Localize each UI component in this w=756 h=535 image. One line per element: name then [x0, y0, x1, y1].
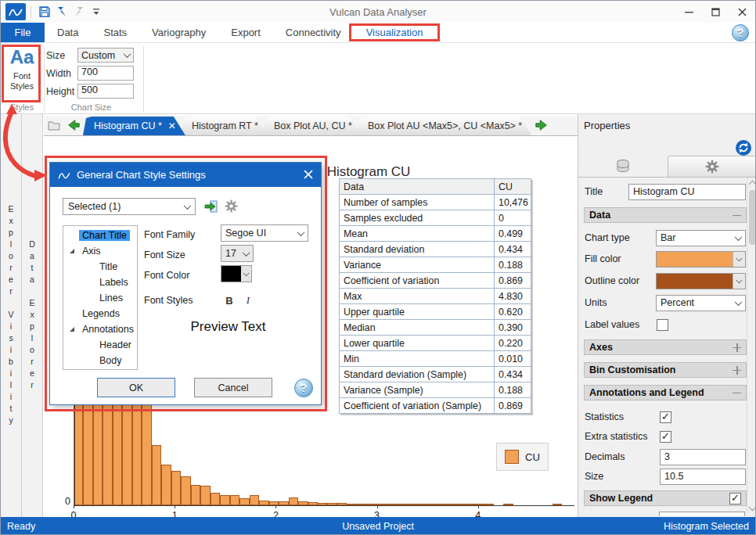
maximize-button[interactable]	[702, 2, 729, 22]
gear-icon	[704, 159, 720, 174]
font-color-picker[interactable]	[221, 265, 252, 282]
expand-icon[interactable]	[733, 366, 741, 375]
extra-statistics-checkbox[interactable]	[660, 431, 671, 443]
scroll-tabs-left-icon[interactable]	[65, 117, 82, 134]
show-legend-checkbox[interactable]	[729, 493, 741, 504]
tree-item-legends[interactable]: Legends	[63, 306, 137, 321]
section-bin-customisation[interactable]: Bin Customisation	[584, 362, 747, 378]
sidebar-tab-data-explorer[interactable]: Data Explorer	[22, 114, 43, 517]
table-row: Standard deviation (Sample)0.434	[340, 367, 531, 382]
font-color-swatch	[221, 266, 241, 282]
scroll-up-icon[interactable]	[749, 181, 756, 189]
properties-scrollbar[interactable]	[747, 178, 756, 514]
expand-icon[interactable]	[733, 343, 741, 352]
tree-item-body[interactable]: Body	[63, 353, 137, 368]
dialog-help-icon[interactable]: ?	[294, 379, 313, 397]
tab-data-source[interactable]	[578, 156, 668, 177]
table-row: Min0.010	[340, 351, 531, 367]
help-icon[interactable]: ?	[732, 24, 749, 41]
section-axes[interactable]: Axes	[584, 339, 747, 355]
outline-color-label: Outline color	[585, 275, 656, 286]
title-bar: Vulcan Data Analyser	[1, 1, 755, 23]
tab-chart-settings[interactable]	[668, 156, 756, 177]
font-styles-button[interactable]: Aa Font Styles	[4, 45, 40, 100]
statistics-checkbox[interactable]	[660, 411, 671, 423]
annotation-size-input[interactable]: 10.5	[660, 469, 746, 485]
menu-connectivity[interactable]: Connectivity	[273, 23, 354, 42]
section-annotations-legend[interactable]: Annotations and Legend	[584, 385, 747, 400]
ok-button[interactable]: OK	[97, 378, 175, 397]
histogram-bar	[152, 445, 161, 505]
histogram-bar	[211, 493, 220, 505]
close-button[interactable]	[729, 2, 755, 22]
menu-stats[interactable]: Stats	[91, 23, 139, 42]
sidebar-tab-explorer-visibility[interactable]: Explorer Visibility	[1, 114, 22, 517]
clipped-input[interactable]	[659, 512, 745, 516]
show-legend-label: Show Legend	[589, 493, 653, 504]
tree-item-header[interactable]: Header	[63, 337, 137, 353]
table-row: Mean0.499	[340, 226, 531, 242]
decimals-input[interactable]: 3	[660, 449, 746, 465]
save-button[interactable]	[36, 3, 53, 20]
width-input[interactable]: 700	[77, 66, 134, 81]
menu-data[interactable]: Data	[45, 23, 91, 42]
redo-icon[interactable]	[70, 3, 88, 20]
chart-type-select[interactable]: Bar	[656, 230, 746, 246]
title-input[interactable]: Histogram CU	[628, 184, 746, 200]
tree-item-chart-title[interactable]: Chart Title	[63, 228, 137, 243]
tree-item-label: Body	[96, 355, 125, 366]
tree-expander-icon[interactable]	[70, 249, 74, 253]
section-show-legend[interactable]: Show Legend	[584, 490, 747, 506]
menu-export[interactable]: Export	[218, 23, 273, 42]
height-value: 500	[81, 84, 98, 95]
chevron-down-icon	[735, 298, 743, 306]
document-tab[interactable]: Box Plot AU <Max5>, CU <Max5> *	[357, 117, 531, 135]
scroll-tabs-right-icon[interactable]	[533, 117, 550, 134]
italic-button[interactable]: I	[241, 293, 255, 307]
table-row: Lower quartile0.220	[340, 336, 531, 351]
tree-expander-icon[interactable]	[70, 327, 74, 332]
outline-color-picker[interactable]	[656, 273, 746, 289]
height-input[interactable]: 500	[77, 84, 134, 99]
document-tab[interactable]: Histogram CU *✕	[83, 117, 185, 135]
new-document-icon[interactable]	[45, 117, 63, 134]
chevron-down-icon	[124, 50, 131, 58]
target-selector-dropdown[interactable]: Selected (1)	[63, 198, 196, 215]
menu-variography[interactable]: Variography	[139, 23, 218, 42]
apply-to-icon[interactable]	[203, 199, 219, 216]
label-values-checkbox[interactable]	[657, 319, 668, 331]
chevron-down-icon	[241, 266, 251, 282]
document-tab[interactable]: Box Plot AU, CU *	[263, 117, 362, 135]
tree-item-axis[interactable]: Axis	[63, 243, 137, 259]
undo-icon[interactable]	[53, 3, 70, 20]
collapse-icon[interactable]	[733, 389, 741, 397]
tab-close-icon[interactable]: ✕	[168, 120, 176, 131]
font-family-select[interactable]: Segoe UI	[221, 224, 308, 242]
table-cell: 0.869	[495, 273, 531, 289]
dialog-title-bar[interactable]: General Chart Style Settings	[50, 163, 321, 187]
scrollbar-thumb[interactable]	[749, 190, 756, 245]
chart-size-select[interactable]: Custom	[77, 48, 134, 63]
units-select[interactable]: Percent	[656, 295, 746, 311]
menu-file[interactable]: File	[1, 23, 45, 42]
bold-button[interactable]: B	[222, 293, 236, 307]
document-tab[interactable]: Histogram RT *	[181, 117, 268, 135]
divider	[31, 5, 31, 18]
scroll-down-icon[interactable]	[749, 504, 756, 512]
table-cell: 0.188	[495, 257, 531, 273]
tree-item-annotations[interactable]: Annotations	[63, 321, 137, 337]
section-data[interactable]: Data	[584, 207, 747, 223]
settings-gear-icon[interactable]	[224, 199, 239, 216]
cancel-button[interactable]: Cancel	[194, 378, 272, 397]
fill-color-picker[interactable]	[656, 251, 746, 268]
tree-item-lines[interactable]: Lines	[63, 290, 137, 306]
customize-toolbar-icon[interactable]	[88, 3, 105, 20]
font-size-select[interactable]: 17	[221, 245, 254, 262]
dialog-close-icon[interactable]	[304, 169, 313, 181]
tree-item-labels[interactable]: Labels	[63, 275, 137, 290]
chart-size-value: Custom	[81, 50, 115, 61]
minimize-button[interactable]	[675, 2, 702, 22]
menu-visualization[interactable]: Visualization	[354, 23, 436, 42]
collapse-icon[interactable]	[733, 211, 741, 220]
tree-item-title[interactable]: Title	[63, 259, 137, 275]
